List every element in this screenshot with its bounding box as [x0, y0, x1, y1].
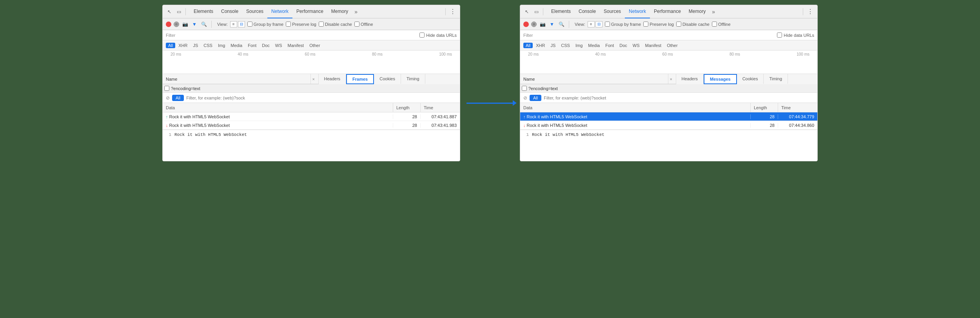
type-manifest-1[interactable]: Manifest [285, 43, 307, 48]
preserve-log-label-2[interactable]: Preserve log [643, 22, 674, 27]
camera-icon-1[interactable]: 📷 [181, 21, 189, 28]
search-icon-2[interactable]: 🔍 [558, 21, 565, 28]
filter-input-2[interactable] [533, 33, 774, 38]
type-img-2[interactable]: Img [573, 43, 585, 48]
preserve-log-checkbox-1[interactable] [286, 22, 291, 27]
tab-elements-1[interactable]: Elements [190, 5, 217, 18]
type-js-1[interactable]: JS [191, 43, 200, 48]
more-options-2[interactable]: ⋮ [806, 8, 815, 15]
tab-console-1[interactable]: Console [217, 5, 242, 18]
type-media-2[interactable]: Media [586, 43, 602, 48]
ws-all-btn-2[interactable]: All [530, 95, 541, 101]
type-css-2[interactable]: CSS [559, 43, 572, 48]
offline-checkbox-1[interactable] [354, 22, 359, 27]
type-xhr-2[interactable]: XHR [534, 43, 547, 48]
sub-tab-timing-1[interactable]: Timing [401, 74, 425, 84]
type-doc-1[interactable]: Doc [260, 43, 272, 48]
type-font-1[interactable]: Font [245, 43, 259, 48]
tab-console-2[interactable]: Console [575, 5, 600, 18]
request-checkbox-2[interactable] [522, 86, 527, 91]
ws-filter-icon-2: ⊘ [523, 95, 527, 101]
ws-all-btn-1[interactable]: All [172, 95, 184, 101]
type-other-1[interactable]: Other [307, 43, 323, 48]
ws-filter-input-1[interactable] [186, 96, 457, 100]
request-row-1[interactable]: ?encoding=text [163, 84, 460, 93]
sub-tab-headers-1[interactable]: Headers [319, 74, 347, 84]
type-js-2[interactable]: JS [548, 43, 558, 48]
frame-row-1-1[interactable]: ↑ Rock it with HTML5 WebSocket 28 07:43:… [163, 112, 460, 121]
sub-tab-cookies-2[interactable]: Cookies [737, 74, 764, 84]
group-by-frame-label-1[interactable]: Group by frame [247, 22, 283, 27]
group-by-frame-checkbox-1[interactable] [247, 22, 252, 27]
frame-row-2-2[interactable]: ↓ Rock it with HTML5 WebSocket 28 07:44:… [520, 121, 817, 130]
filter-icon-2[interactable]: ▼ [548, 21, 555, 28]
disable-cache-label-1[interactable]: Disable cache [319, 22, 352, 27]
type-ws-1[interactable]: WS [273, 43, 285, 48]
type-ws-2[interactable]: WS [630, 43, 642, 48]
type-css-1[interactable]: CSS [201, 43, 215, 48]
filter-input-1[interactable] [175, 33, 416, 38]
group-by-frame-checkbox-2[interactable] [605, 22, 610, 27]
type-img-1[interactable]: Img [216, 43, 227, 48]
waterfall-view-btn-2[interactable]: ⊟ [595, 21, 603, 27]
sub-tab-messages-2[interactable]: Messages [704, 74, 737, 84]
sub-tab-frames-1[interactable]: Frames [346, 74, 374, 84]
request-checkbox-1[interactable] [164, 86, 169, 91]
frame-row-1-2[interactable]: ↓ Rock it with HTML5 WebSocket 28 07:43:… [163, 121, 460, 130]
offline-checkbox-2[interactable] [712, 22, 717, 27]
disable-cache-label-2[interactable]: Disable cache [676, 22, 710, 27]
hide-urls-label-2[interactable]: Hide data URLs [777, 33, 814, 38]
tab-network-1[interactable]: Network [267, 5, 292, 18]
tab-sources-1[interactable]: Sources [242, 5, 267, 18]
frame-data-2-2: ↓ Rock it with HTML5 WebSocket [520, 123, 751, 128]
ws-filter-input-2[interactable] [544, 96, 814, 100]
type-doc-2[interactable]: Doc [617, 43, 630, 48]
disable-cache-checkbox-1[interactable] [319, 22, 324, 27]
type-xhr-1[interactable]: XHR [176, 43, 190, 48]
type-font-2[interactable]: Font [603, 43, 616, 48]
frame-row-2-1[interactable]: ↑ Rock it with HTML5 WebSocket 28 07:44:… [520, 112, 817, 121]
cursor-icon[interactable]: ↖ [165, 7, 174, 16]
mobile-icon-2[interactable]: ▭ [532, 7, 541, 16]
tab-more-2[interactable]: » [710, 5, 717, 18]
type-all-1[interactable]: All [166, 43, 175, 48]
type-media-1[interactable]: Media [228, 43, 245, 48]
request-row-2[interactable]: ?encoding=text [520, 84, 817, 93]
tab-memory-1[interactable]: Memory [327, 5, 352, 18]
waterfall-view-btn-1[interactable]: ⊟ [238, 21, 245, 27]
sub-tab-cookies-1[interactable]: Cookies [374, 74, 401, 84]
tab-memory-2[interactable]: Memory [685, 5, 710, 18]
type-manifest-2[interactable]: Manifest [643, 43, 664, 48]
group-by-frame-label-2[interactable]: Group by frame [605, 22, 641, 27]
tab-performance-2[interactable]: Performance [650, 5, 685, 18]
sub-tab-timing-2[interactable]: Timing [764, 74, 788, 84]
cursor-icon-2[interactable]: ↖ [523, 7, 531, 16]
preserve-log-label-1[interactable]: Preserve log [286, 22, 316, 27]
camera-icon-2[interactable]: 📷 [539, 21, 546, 28]
offline-label-1[interactable]: Offline [354, 22, 373, 27]
tab-network-2[interactable]: Network [625, 5, 650, 18]
tab-sources-2[interactable]: Sources [600, 5, 625, 18]
tab-performance-1[interactable]: Performance [292, 5, 327, 18]
hide-urls-checkbox-1[interactable] [419, 33, 425, 38]
tab-elements-2[interactable]: Elements [547, 5, 575, 18]
type-other-2[interactable]: Other [664, 43, 680, 48]
list-view-btn-1[interactable]: ≡ [230, 21, 237, 27]
search-icon-1[interactable]: 🔍 [200, 21, 207, 28]
record-button-2[interactable] [523, 22, 529, 27]
hide-urls-label-1[interactable]: Hide data URLs [419, 33, 457, 38]
record-button-1[interactable] [166, 22, 171, 27]
type-all-2[interactable]: All [523, 43, 533, 48]
filter-icon-1[interactable]: ▼ [191, 21, 198, 28]
hide-urls-checkbox-2[interactable] [777, 33, 782, 38]
stop-button-2[interactable] [531, 22, 537, 27]
sub-tab-headers-2[interactable]: Headers [676, 74, 704, 84]
stop-button-1[interactable] [174, 22, 179, 27]
disable-cache-checkbox-2[interactable] [676, 22, 681, 27]
list-view-btn-2[interactable]: ≡ [588, 21, 595, 27]
offline-label-2[interactable]: Offline [712, 22, 731, 27]
tab-more-1[interactable]: » [352, 5, 360, 18]
more-options-1[interactable]: ⋮ [448, 8, 457, 15]
preserve-log-checkbox-2[interactable] [643, 22, 648, 27]
mobile-icon[interactable]: ▭ [174, 7, 183, 16]
